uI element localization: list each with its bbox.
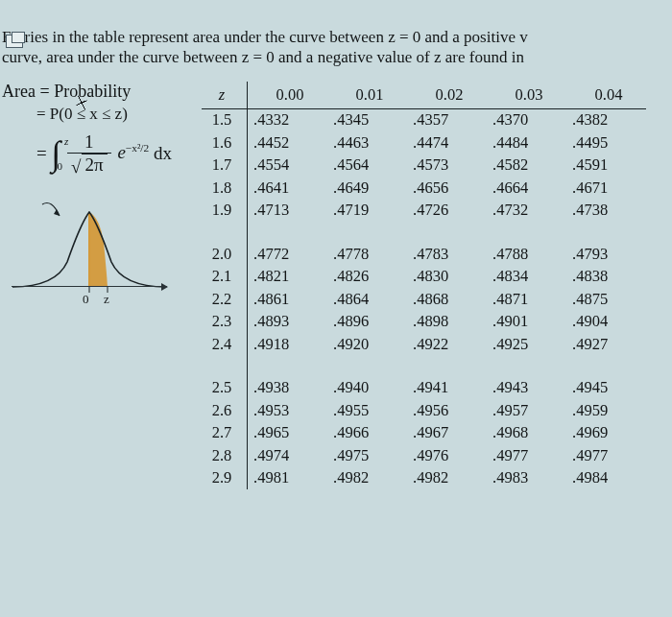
value-cell: .4582 (487, 154, 566, 178)
z-cell: 2.7 (202, 422, 248, 445)
fraction: 1 √2π (67, 131, 111, 178)
value-cell: .4772 (248, 243, 328, 266)
z-cell: 1.6 (202, 131, 248, 154)
value-cell: .4893 (248, 311, 328, 334)
value-cell: .4977 (566, 444, 646, 467)
value-cell: .4982 (327, 467, 407, 490)
value-cell: .4959 (566, 399, 646, 422)
table-row: 2.2.4861.4864.4868.4871.4875 (202, 288, 646, 311)
value-cell: .4783 (407, 243, 487, 266)
axis-zero-label: 0 (83, 292, 89, 307)
value-cell: .4788 (487, 243, 566, 266)
value-cell: .4463 (327, 131, 407, 154)
area-eq: Area = (2, 82, 54, 101)
value-cell: .4656 (407, 177, 487, 200)
value-cell: .4898 (407, 311, 487, 334)
value-cell: .4821 (248, 266, 328, 289)
value-cell: .4370 (487, 108, 566, 131)
equals-sign: = (36, 142, 51, 162)
popup-icon[interactable] (6, 35, 23, 48)
value-cell: .4713 (248, 200, 328, 223)
table-row: 2.7.4965.4966.4967.4968.4969 (202, 422, 646, 445)
value-cell: .4982 (407, 467, 487, 490)
value-cell: .4719 (327, 200, 407, 223)
gap-cell (202, 356, 248, 377)
value-cell: .4943 (487, 377, 566, 400)
value-cell: .4591 (566, 154, 646, 178)
z-cell: 1.9 (202, 200, 248, 223)
value-cell: .4966 (327, 422, 407, 445)
table-row: 2.1.4821.4826.4830.4834.4838 (202, 266, 646, 289)
value-cell: .4838 (566, 266, 646, 289)
e-term: e−x²/2 (117, 142, 149, 162)
table-row: 2.5.4938.4940.4941.4943.4945 (202, 377, 646, 400)
z-cell: 1.7 (202, 154, 248, 178)
document-page: Entries in the table represent area unde… (0, 27, 672, 617)
value-cell: .4955 (327, 399, 407, 422)
value-cell: .4564 (327, 154, 407, 178)
value-cell: .4641 (248, 177, 328, 200)
value-cell: .4957 (487, 399, 566, 422)
value-cell: .4975 (327, 444, 407, 467)
value-cell: .4382 (566, 108, 646, 131)
value-cell: .4357 (407, 108, 487, 131)
gap-cell (327, 356, 407, 377)
value-cell: .4861 (248, 288, 328, 311)
value-cell: .4345 (327, 108, 407, 131)
gap-cell (202, 222, 248, 243)
z-table-element: z 0.00 0.01 0.02 0.03 0.04 1.5.4332.4345… (202, 82, 646, 490)
value-cell: .4974 (248, 444, 328, 467)
value-cell: .4573 (407, 154, 487, 178)
value-cell: .4830 (407, 266, 487, 289)
z-cell: 2.0 (202, 243, 248, 266)
z-cell: 2.8 (202, 444, 248, 467)
gap-cell (487, 356, 566, 377)
z-cell: 2.6 (202, 399, 248, 422)
value-cell: .4981 (248, 467, 328, 490)
dx: dx (154, 142, 172, 162)
header-col: 0.03 (487, 82, 566, 109)
value-cell: .4554 (248, 154, 328, 178)
integral-lower: 0 (57, 160, 62, 173)
table-row: 2.0.4772.4778.4783.4788.4793 (202, 243, 646, 266)
value-cell: .4920 (327, 333, 407, 356)
value-cell: .4332 (248, 108, 328, 131)
z-cell: 1.5 (202, 108, 248, 131)
sqrt-icon: √ (71, 156, 81, 178)
gap-row (202, 222, 646, 243)
fraction-numerator: 1 (67, 131, 111, 154)
z-cell: 2.9 (202, 467, 248, 490)
z-cell: 1.8 (202, 177, 248, 200)
intro-line-2: curve, area under the curve between z = … (2, 47, 672, 67)
table-row: 2.8.4974.4975.4976.4977.4977 (202, 444, 646, 467)
value-cell: .4940 (327, 377, 407, 400)
z-table: z 0.00 0.01 0.02 0.03 0.04 1.5.4332.4345… (202, 82, 672, 490)
value-cell: .4875 (566, 288, 646, 311)
header-col: 0.01 (327, 82, 407, 109)
header-col: 0.00 (248, 82, 328, 109)
table-row: 2.9.4981.4982.4982.4983.4984 (202, 467, 646, 490)
value-cell: .4927 (566, 333, 646, 356)
value-cell: .4871 (487, 288, 566, 311)
value-cell: .4495 (566, 131, 646, 154)
bell-curve-icon (8, 195, 171, 310)
gap-cell (248, 356, 328, 377)
left-column: Area = Probability = P(0 ≤ x ≤ z) = ∫0z … (0, 82, 202, 311)
value-cell: .4864 (327, 288, 407, 311)
table-row: 1.9.4713.4719.4726.4732.4738 (202, 200, 646, 223)
value-cell: .4484 (487, 131, 566, 154)
value-cell: .4984 (566, 467, 646, 490)
z-cell: 2.4 (202, 333, 248, 356)
probability-definition: = P(0 ≤ x ≤ z) (2, 105, 202, 124)
value-cell: .4967 (407, 422, 487, 445)
integral-expression: = ∫0z 1 √2π e−x²/2 dx (2, 131, 202, 178)
z-cell: 2.1 (202, 266, 248, 289)
table-row: 2.3.4893.4896.4898.4901.4904 (202, 311, 646, 334)
integral-icon: ∫0z (51, 133, 60, 175)
z-cell: 2.2 (202, 288, 248, 311)
value-cell: .4945 (566, 377, 646, 400)
value-cell: .4649 (327, 177, 407, 200)
value-cell: .4922 (407, 333, 487, 356)
value-cell: .4793 (566, 243, 646, 266)
z-table-body: 1.5.4332.4345.4357.4370.43821.6.4452.446… (202, 108, 646, 489)
